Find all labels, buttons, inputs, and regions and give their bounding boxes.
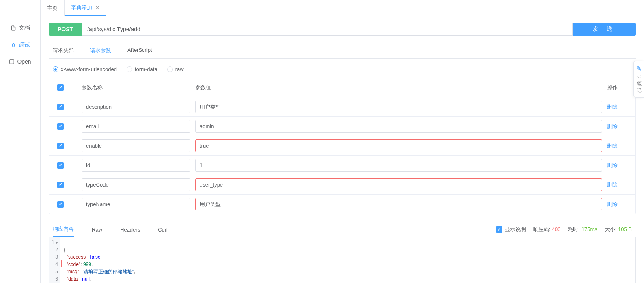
body-type-selector: x-www-form-urlencoded form-data raw [49,64,636,78]
delete-link[interactable]: 删除 [607,201,618,207]
param-name-input[interactable] [82,101,190,113]
header-name: 参数名称 [82,84,195,91]
sidebar: 文档 调试 Open [0,0,41,283]
sidebar-item-label: Open [17,58,31,65]
radio-icon [167,66,173,72]
sidebar-item-debug[interactable]: 调试 [0,36,40,54]
sidebar-item-label: 调试 [19,41,30,49]
tab-afterscript[interactable]: AfterScript [127,44,152,58]
tab-params[interactable]: 请求参数 [90,44,111,58]
bug-icon [11,42,16,48]
table-row: 删除 [49,97,635,117]
request-bar: POST 发 送 [49,23,636,36]
param-value-input[interactable] [195,139,602,152]
show-desc-label: 显示说明 [505,226,526,233]
tab-label: 主页 [47,4,58,12]
table-row: 删除 [49,195,635,214]
row-checkbox[interactable] [57,123,64,130]
send-button[interactable]: 发 送 [573,23,636,36]
checkbox-all[interactable] [57,84,64,91]
param-name-input[interactable] [82,198,190,210]
checkbox-icon [496,226,502,233]
tab-label: 字典添加 [71,4,92,11]
sidebar-item-label: 文档 [19,24,30,32]
delete-link[interactable]: 删除 [607,104,618,110]
tab-headers[interactable]: 请求头部 [53,44,74,58]
sidebar-item-open[interactable]: Open [0,54,40,70]
method-badge: POST [49,23,82,36]
row-checkbox[interactable] [57,143,64,149]
row-checkbox[interactable] [57,182,64,188]
row-checkbox[interactable] [57,162,64,169]
row-checkbox[interactable] [57,104,64,110]
tab-response-body[interactable]: 响应内容 [53,222,74,237]
delete-link[interactable]: 删除 [607,182,618,188]
table-row: 删除 [49,156,635,175]
param-name-input[interactable] [82,159,190,172]
radio-raw[interactable]: raw [167,66,184,72]
param-value-input[interactable] [195,159,602,172]
param-name-input[interactable] [82,120,190,133]
radio-icon [53,66,58,72]
tab-curl[interactable]: Curl [158,223,168,236]
radio-urlencoded[interactable]: x-www-form-urlencoded [53,66,117,72]
row-checkbox[interactable] [57,201,64,208]
show-desc-toggle[interactable]: 显示说明 [496,226,526,233]
param-name-input[interactable] [82,139,190,152]
code-content[interactable]: { "success": false, "code": 999, "msg": … [60,237,635,283]
header-action: 操作 [607,84,627,91]
delete-link[interactable]: 删除 [607,123,618,129]
params-table: 参数名称 参数值 操作 删除 删除 删除 删除 删除 删除 [49,78,636,214]
tab-response-headers[interactable]: Headers [120,223,140,236]
meta-code: 响应码: 400 [533,226,561,233]
document-icon [11,25,16,31]
header-value: 参数值 [195,84,607,91]
table-row: 删除 [49,117,635,136]
note-icon: ✎ [636,64,642,73]
radio-formdata[interactable]: form-data [127,66,157,72]
delete-link[interactable]: 删除 [607,143,618,149]
response-meta: 显示说明 响应码: 400 耗时: 175ms 大小: 105 B [496,223,632,236]
table-header: 参数名称 参数值 操作 [49,78,635,97]
param-value-input[interactable] [195,120,602,133]
open-icon [9,59,15,64]
radio-label: x-www-form-urlencoded [61,66,117,72]
close-icon[interactable]: ✕ [95,5,99,11]
meta-time: 耗时: 175ms [568,226,597,233]
param-value-input[interactable] [195,101,602,113]
table-row: 删除 [49,136,635,156]
tab-raw[interactable]: Raw [92,223,102,236]
svg-rect-1 [10,60,14,64]
meta-size: 大小: 105 B [605,226,632,233]
content-panel: POST 发 送 请求头部 请求参数 AfterScript x-www-for… [41,16,644,283]
radio-label: raw [175,66,184,72]
notes-widget[interactable]: ✎ C 笔 记 [633,61,644,98]
url-input[interactable] [82,23,573,36]
sidebar-item-doc[interactable]: 文档 [0,19,40,36]
tab-home[interactable]: 主页 [41,0,65,16]
radio-label: form-data [135,66,157,72]
tab-dict-add[interactable]: 字典添加 ✕ [65,0,106,16]
response-tabs: 响应内容 Raw Headers Curl 显示说明 响应码: 400 耗时: … [49,222,636,237]
response-body: 1 ▾234567 { "success": false, "code": 99… [49,237,636,283]
response-section: 响应内容 Raw Headers Curl 显示说明 响应码: 400 耗时: … [49,222,636,283]
param-value-input[interactable] [195,198,602,210]
table-row: 删除 [49,175,635,195]
param-value-input[interactable] [195,178,602,191]
main-area: 主页 字典添加 ✕ POST 发 送 请求头部 请求参数 AfterScript… [41,0,644,283]
line-gutter: 1 ▾234567 [49,237,60,283]
svg-rect-0 [12,44,14,47]
radio-icon [127,66,132,72]
request-sub-tabs: 请求头部 请求参数 AfterScript [49,44,636,59]
delete-link[interactable]: 删除 [607,162,618,168]
tabs-header: 主页 字典添加 ✕ [41,0,644,16]
param-name-input[interactable] [82,178,190,191]
